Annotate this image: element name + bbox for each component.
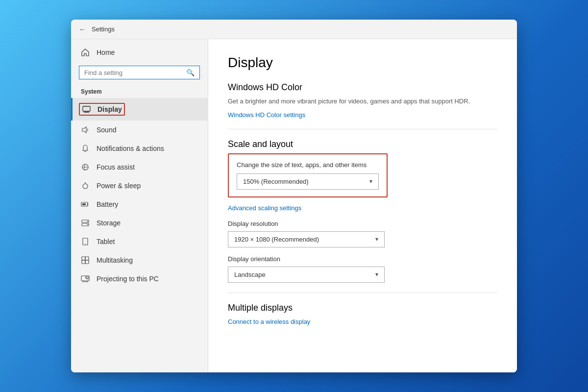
sidebar-battery-label: Battery [97,200,118,208]
scale-section-box: Change the size of text, apps, and other… [228,153,388,197]
svg-marker-4 [82,127,86,133]
svg-point-12 [87,221,88,222]
notifications-icon [81,144,90,153]
svg-rect-16 [82,257,85,260]
scale-value: 150% (Recommended) [243,178,309,185]
sidebar-item-storage[interactable]: Storage [71,214,208,232]
svg-rect-18 [82,260,85,264]
sidebar-power-label: Power & sleep [97,182,141,190]
scale-label: Change the size of text, apps, and other… [237,161,379,169]
resolution-dropdown-arrow: ▾ [375,236,378,243]
battery-icon [81,200,90,209]
sound-icon [81,125,90,134]
resolution-dropdown[interactable]: 1920 × 1080 (Recommended) ▾ [228,231,385,247]
sidebar-item-multitasking[interactable]: Multitasking [71,251,208,270]
svg-rect-0 [83,106,90,111]
content-area: Display Windows HD Color Get a brighter … [208,39,517,372]
sidebar-notifications-label: Notifications & actions [97,145,164,152]
search-input[interactable] [84,69,182,76]
sidebar-item-focus[interactable]: Focus assist [71,158,208,176]
sidebar-search-box[interactable]: 🔍 [79,66,200,79]
resolution-value: 1920 × 1080 (Recommended) [234,236,319,243]
orientation-dropdown-arrow: ▾ [375,271,378,278]
svg-rect-9 [82,203,86,205]
sidebar-item-battery[interactable]: Battery [71,195,208,214]
connect-wireless-link[interactable]: Connect to a wireless display [228,318,310,325]
orientation-dropdown[interactable]: Landscape ▾ [228,267,385,283]
sidebar-focus-label: Focus assist [97,163,135,171]
tablet-icon [81,237,90,246]
titlebar-title: Settings [92,25,115,33]
titlebar: ← Settings [71,20,517,39]
display-icon [82,105,91,114]
sidebar-display-label: Display [98,105,122,113]
hd-color-description: Get a brighter and more vibrant picture … [228,97,497,106]
projecting-icon [81,274,90,283]
hd-color-link[interactable]: Windows HD Color settings [228,111,305,119]
scale-dropdown-arrow: ▾ [369,178,372,185]
sidebar-tablet-label: Tablet [97,238,115,245]
divider-2 [228,293,497,293]
sidebar-item-notifications[interactable]: Notifications & actions [71,139,208,158]
hd-color-heading: Windows HD Color [228,82,497,93]
sidebar-item-sound[interactable]: Sound [71,121,208,139]
power-icon [81,181,90,190]
advanced-scaling-link[interactable]: Advanced scaling settings [228,204,301,212]
divider-1 [228,129,497,129]
orientation-value: Landscape [234,271,266,278]
sidebar-item-display[interactable]: Display [71,98,208,121]
sidebar-multitasking-label: Multitasking [97,256,133,264]
settings-window: ← Settings Home 🔍 System [71,20,517,372]
multitasking-icon [81,256,90,265]
focus-icon [81,163,90,172]
svg-point-15 [85,244,86,245]
orientation-label: Display orientation [228,255,497,263]
sidebar-item-power[interactable]: Power & sleep [71,176,208,195]
sidebar: Home 🔍 System [71,39,208,372]
svg-point-13 [87,224,88,225]
sidebar-item-projecting[interactable]: Projecting to this PC [71,270,208,288]
sidebar-home-label: Home [97,49,115,56]
search-icon: 🔍 [186,69,195,76]
active-box: Display [79,103,125,116]
main-content: Home 🔍 System [71,39,517,372]
resolution-label: Display resolution [228,220,497,227]
svg-rect-19 [85,260,89,264]
home-icon [81,48,90,57]
svg-point-6 [83,184,88,189]
sidebar-sound-label: Sound [97,126,116,134]
sidebar-item-tablet[interactable]: Tablet [71,232,208,251]
sidebar-storage-label: Storage [97,219,121,227]
page-title: Display [228,55,497,71]
sidebar-projecting-label: Projecting to this PC [97,275,159,283]
system-section-label: System [71,85,208,98]
sidebar-item-home[interactable]: Home [71,43,208,62]
svg-rect-17 [85,257,89,260]
scale-layout-heading: Scale and layout [228,139,497,149]
scale-dropdown[interactable]: 150% (Recommended) ▾ [237,173,379,190]
multiple-displays-heading: Multiple displays [228,303,497,313]
storage-icon [81,219,90,227]
back-button[interactable]: ← [79,25,86,33]
